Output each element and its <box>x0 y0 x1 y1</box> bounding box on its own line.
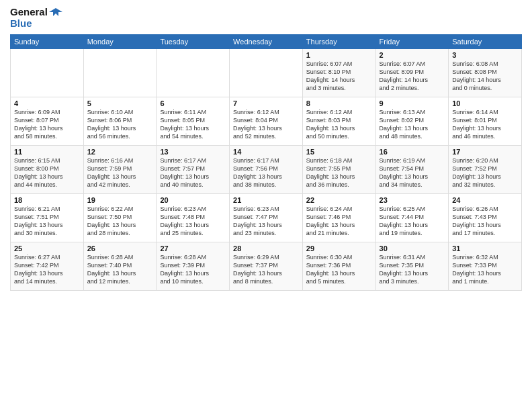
calendar-cell: 14Sunrise: 6:17 AM Sunset: 7:56 PM Dayli… <box>230 146 303 194</box>
day-number: 21 <box>233 196 299 204</box>
day-number: 24 <box>452 196 518 204</box>
calendar-cell: 25Sunrise: 6:27 AM Sunset: 7:42 PM Dayli… <box>11 242 84 291</box>
weekday-header-friday: Friday <box>375 35 449 49</box>
day-info: Sunrise: 6:30 AM Sunset: 7:36 PM Dayligh… <box>306 254 355 285</box>
day-info: Sunrise: 6:10 AM Sunset: 8:06 PM Dayligh… <box>87 109 136 140</box>
calendar-cell: 9Sunrise: 6:13 AM Sunset: 8:02 PM Daylig… <box>375 97 449 146</box>
day-number: 6 <box>160 99 226 107</box>
calendar-cell: 12Sunrise: 6:16 AM Sunset: 7:59 PM Dayli… <box>83 146 157 194</box>
weekday-header-tuesday: Tuesday <box>157 35 230 49</box>
calendar-cell: 13Sunrise: 6:17 AM Sunset: 7:57 PM Dayli… <box>157 146 230 194</box>
day-number: 7 <box>233 99 299 107</box>
day-info: Sunrise: 6:12 AM Sunset: 8:03 PM Dayligh… <box>306 109 355 140</box>
calendar-cell: 20Sunrise: 6:23 AM Sunset: 7:48 PM Dayli… <box>157 194 230 242</box>
day-info: Sunrise: 6:24 AM Sunset: 7:46 PM Dayligh… <box>306 205 355 236</box>
day-info: Sunrise: 6:23 AM Sunset: 7:47 PM Dayligh… <box>233 205 282 236</box>
day-number: 5 <box>87 99 153 107</box>
calendar-cell <box>157 49 230 97</box>
calendar-cell: 27Sunrise: 6:28 AM Sunset: 7:39 PM Dayli… <box>157 242 230 291</box>
calendar-cell: 1Sunrise: 6:07 AM Sunset: 8:10 PM Daylig… <box>302 49 375 97</box>
calendar-cell: 21Sunrise: 6:23 AM Sunset: 7:47 PM Dayli… <box>230 194 303 242</box>
calendar-header: SundayMondayTuesdayWednesdayThursdayFrid… <box>11 35 522 49</box>
day-info: Sunrise: 6:26 AM Sunset: 7:43 PM Dayligh… <box>452 205 501 236</box>
calendar-cell: 24Sunrise: 6:26 AM Sunset: 7:43 PM Dayli… <box>449 194 522 242</box>
calendar-week-2: 4Sunrise: 6:09 AM Sunset: 8:07 PM Daylig… <box>11 97 522 146</box>
calendar-cell: 5Sunrise: 6:10 AM Sunset: 8:06 PM Daylig… <box>83 97 157 146</box>
day-info: Sunrise: 6:22 AM Sunset: 7:50 PM Dayligh… <box>87 205 136 236</box>
calendar-cell <box>230 49 303 97</box>
day-number: 14 <box>233 148 299 156</box>
day-number: 9 <box>380 99 445 107</box>
calendar-cell: 4Sunrise: 6:09 AM Sunset: 8:07 PM Daylig… <box>11 97 84 146</box>
day-info: Sunrise: 6:13 AM Sunset: 8:02 PM Dayligh… <box>380 109 429 140</box>
day-info: Sunrise: 6:21 AM Sunset: 7:51 PM Dayligh… <box>14 205 63 236</box>
calendar-cell: 11Sunrise: 6:15 AM Sunset: 8:00 PM Dayli… <box>11 146 84 194</box>
day-info: Sunrise: 6:28 AM Sunset: 7:39 PM Dayligh… <box>160 254 209 285</box>
calendar-cell: 3Sunrise: 6:08 AM Sunset: 8:08 PM Daylig… <box>449 49 522 97</box>
day-number: 18 <box>14 196 80 204</box>
day-number: 1 <box>306 51 372 59</box>
calendar-cell: 6Sunrise: 6:11 AM Sunset: 8:05 PM Daylig… <box>157 97 230 146</box>
day-number: 19 <box>87 196 153 204</box>
day-info: Sunrise: 6:08 AM Sunset: 8:08 PM Dayligh… <box>452 60 501 91</box>
calendar-week-4: 18Sunrise: 6:21 AM Sunset: 7:51 PM Dayli… <box>11 194 522 242</box>
day-number: 27 <box>160 244 226 253</box>
svg-marker-0 <box>49 8 62 16</box>
calendar-week-5: 25Sunrise: 6:27 AM Sunset: 7:42 PM Dayli… <box>11 242 522 291</box>
day-number: 26 <box>87 244 153 253</box>
calendar-week-1: 1Sunrise: 6:07 AM Sunset: 8:10 PM Daylig… <box>11 49 522 97</box>
day-info: Sunrise: 6:29 AM Sunset: 7:37 PM Dayligh… <box>233 254 282 285</box>
day-info: Sunrise: 6:20 AM Sunset: 7:52 PM Dayligh… <box>452 157 501 188</box>
calendar-cell: 31Sunrise: 6:32 AM Sunset: 7:33 PM Dayli… <box>449 242 522 291</box>
day-info: Sunrise: 6:12 AM Sunset: 8:04 PM Dayligh… <box>233 109 282 140</box>
day-info: Sunrise: 6:07 AM Sunset: 8:09 PM Dayligh… <box>380 60 429 91</box>
day-number: 20 <box>160 196 226 204</box>
calendar-cell: 22Sunrise: 6:24 AM Sunset: 7:46 PM Dayli… <box>302 194 375 242</box>
day-number: 30 <box>380 244 445 253</box>
calendar-cell: 16Sunrise: 6:19 AM Sunset: 7:54 PM Dayli… <box>375 146 449 194</box>
day-info: Sunrise: 6:31 AM Sunset: 7:35 PM Dayligh… <box>380 254 429 285</box>
day-number: 28 <box>233 244 299 253</box>
day-info: Sunrise: 6:27 AM Sunset: 7:42 PM Dayligh… <box>14 254 63 285</box>
day-number: 12 <box>87 148 153 156</box>
day-number: 3 <box>452 51 518 59</box>
calendar-cell: 8Sunrise: 6:12 AM Sunset: 8:03 PM Daylig… <box>302 97 375 146</box>
day-number: 31 <box>452 244 518 253</box>
calendar-cell: 28Sunrise: 6:29 AM Sunset: 7:37 PM Dayli… <box>230 242 303 291</box>
day-number: 10 <box>452 99 518 107</box>
logo-blue: Blue <box>10 18 62 30</box>
calendar-cell: 19Sunrise: 6:22 AM Sunset: 7:50 PM Dayli… <box>83 194 157 242</box>
day-info: Sunrise: 6:18 AM Sunset: 7:55 PM Dayligh… <box>306 157 355 188</box>
header: General Blue <box>10 7 522 29</box>
calendar-cell: 26Sunrise: 6:28 AM Sunset: 7:40 PM Dayli… <box>83 242 157 291</box>
calendar-cell: 15Sunrise: 6:18 AM Sunset: 7:55 PM Dayli… <box>302 146 375 194</box>
weekday-header-monday: Monday <box>83 35 157 49</box>
day-info: Sunrise: 6:17 AM Sunset: 7:57 PM Dayligh… <box>160 157 209 188</box>
calendar-cell: 10Sunrise: 6:14 AM Sunset: 8:01 PM Dayli… <box>449 97 522 146</box>
day-number: 2 <box>380 51 445 59</box>
day-number: 11 <box>14 148 80 156</box>
day-info: Sunrise: 6:28 AM Sunset: 7:40 PM Dayligh… <box>87 254 136 285</box>
logo-text-block: General Blue <box>10 7 62 29</box>
calendar-cell: 18Sunrise: 6:21 AM Sunset: 7:51 PM Dayli… <box>11 194 84 242</box>
calendar-week-3: 11Sunrise: 6:15 AM Sunset: 8:00 PM Dayli… <box>11 146 522 194</box>
weekday-header-saturday: Saturday <box>449 35 522 49</box>
calendar-cell <box>11 49 84 97</box>
day-number: 15 <box>306 148 372 156</box>
day-number: 16 <box>380 148 445 156</box>
logo-bird-icon <box>49 7 62 17</box>
day-number: 29 <box>306 244 372 253</box>
day-info: Sunrise: 6:11 AM Sunset: 8:05 PM Dayligh… <box>160 109 209 140</box>
weekday-header-sunday: Sunday <box>11 35 84 49</box>
day-info: Sunrise: 6:07 AM Sunset: 8:10 PM Dayligh… <box>306 60 355 91</box>
day-number: 4 <box>14 99 80 107</box>
calendar-table: SundayMondayTuesdayWednesdayThursdayFrid… <box>10 34 522 291</box>
day-info: Sunrise: 6:19 AM Sunset: 7:54 PM Dayligh… <box>380 157 429 188</box>
logo: General Blue <box>10 7 62 29</box>
day-number: 23 <box>380 196 445 204</box>
day-number: 8 <box>306 99 372 107</box>
calendar-cell: 17Sunrise: 6:20 AM Sunset: 7:52 PM Dayli… <box>449 146 522 194</box>
calendar-cell: 7Sunrise: 6:12 AM Sunset: 8:04 PM Daylig… <box>230 97 303 146</box>
day-info: Sunrise: 6:15 AM Sunset: 8:00 PM Dayligh… <box>14 157 63 188</box>
calendar-cell <box>83 49 157 97</box>
